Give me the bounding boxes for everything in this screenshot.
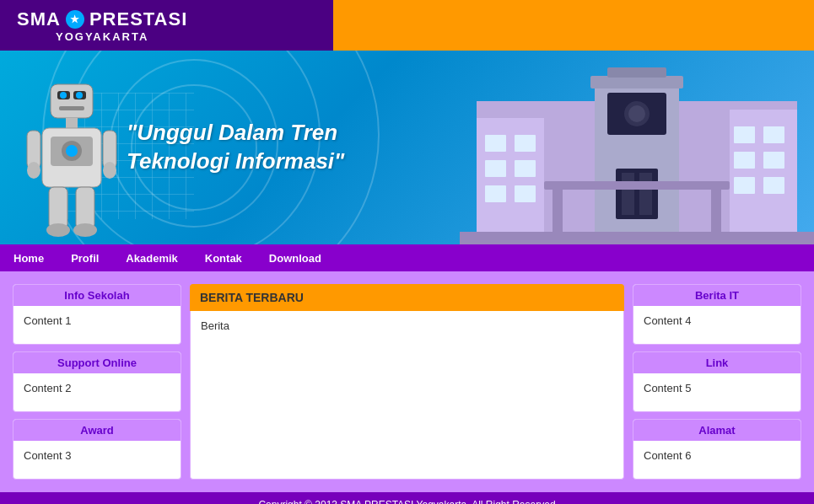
alamat-content: Content 6	[633, 441, 801, 479]
tagline-line1: "Unggul Dalam Tren	[127, 119, 344, 147]
svg-point-14	[103, 162, 116, 179]
svg-point-17	[46, 223, 70, 237]
svg-rect-41	[734, 152, 755, 169]
svg-rect-39	[734, 126, 755, 143]
alamat-section: Alamat Content 6	[633, 419, 801, 480]
berita-it-header: Berita IT	[633, 285, 801, 306]
center-column: BERITA TERBARU Berita	[190, 284, 624, 480]
info-sekolah-content: Content 1	[13, 306, 181, 344]
award-content: Content 3	[13, 441, 181, 479]
svg-rect-45	[460, 232, 814, 244]
navigation: Home Profil Akademik Kontak Download	[0, 244, 814, 271]
school-location: YOGYAKARTA	[56, 30, 148, 43]
footer-text: Copyright © 2013 SMA PRESTASI Yogyakarta…	[258, 499, 555, 504]
robot-image	[25, 76, 118, 244]
header: SMA ★ PRESTASI YOGYAKARTA	[0, 0, 814, 51]
logo-area: SMA ★ PRESTASI YOGYAKARTA	[17, 8, 187, 43]
svg-rect-46	[553, 185, 563, 232]
main-content: Info Sekolah Content 1 Support Online Co…	[0, 271, 814, 492]
info-sekolah-header: Info Sekolah	[13, 285, 181, 306]
footer: Copyright © 2013 SMA PRESTASI Yogyakarta…	[0, 492, 814, 504]
nav-akademik[interactable]: Akademik	[112, 247, 191, 270]
banner-tagline: "Unggul Dalam Tren Teknologi Informasi"	[127, 119, 344, 176]
award-header: Award	[13, 420, 181, 441]
svg-rect-37	[485, 185, 506, 202]
svg-rect-32	[639, 173, 652, 215]
berita-it-content: Content 4	[633, 306, 801, 344]
support-online-content: Content 2	[13, 373, 181, 411]
svg-rect-25	[590, 76, 683, 88]
svg-rect-5	[59, 106, 84, 110]
svg-rect-26	[607, 67, 666, 78]
svg-rect-43	[734, 177, 755, 194]
school-name-part1: SMA	[17, 8, 61, 30]
nav-kontak[interactable]: Kontak	[191, 247, 256, 270]
svg-point-4	[76, 92, 83, 99]
svg-rect-35	[485, 160, 506, 177]
logo-title: SMA ★ PRESTASI	[17, 8, 187, 30]
support-online-section: Support Online Content 2	[13, 351, 181, 412]
support-online-header: Support Online	[13, 352, 181, 373]
svg-rect-0	[51, 84, 93, 118]
school-name-part2: PRESTASI	[89, 8, 187, 30]
info-sekolah-section: Info Sekolah Content 1	[13, 284, 181, 345]
svg-rect-42	[763, 152, 784, 169]
nav-download[interactable]: Download	[256, 247, 335, 270]
svg-point-3	[60, 92, 67, 99]
svg-point-13	[27, 162, 40, 179]
svg-rect-40	[763, 126, 784, 143]
svg-point-18	[73, 223, 97, 237]
svg-rect-48	[544, 181, 730, 190]
building-image	[460, 67, 814, 244]
berita-terbaru-header: BERITA TERBARU	[190, 284, 624, 311]
svg-rect-36	[515, 160, 536, 177]
svg-point-29	[628, 105, 645, 122]
link-section: Link Content 5	[633, 351, 801, 412]
tagline-line2: Teknologi Informasi"	[127, 147, 344, 176]
left-column: Info Sekolah Content 1 Support Online Co…	[13, 284, 181, 480]
svg-rect-34	[515, 135, 536, 152]
berita-it-section: Berita IT Content 4	[633, 284, 801, 345]
berita-terbaru-content: Berita	[190, 311, 624, 480]
svg-rect-15	[49, 187, 67, 229]
link-header: Link	[633, 352, 801, 373]
banner: "Unggul Dalam Tren Teknologi Informasi"	[0, 51, 814, 244]
svg-rect-38	[515, 185, 536, 202]
award-section: Award Content 3	[13, 419, 181, 480]
svg-rect-47	[711, 185, 721, 232]
svg-point-10	[66, 145, 78, 157]
svg-rect-31	[622, 173, 634, 215]
right-column: Berita IT Content 4 Link Content 5 Alama…	[633, 284, 801, 480]
svg-rect-6	[66, 118, 78, 128]
alamat-header: Alamat	[633, 420, 801, 441]
logo-icon: ★	[66, 10, 84, 29]
nav-profil[interactable]: Profil	[57, 247, 112, 270]
link-content: Content 5	[633, 373, 801, 411]
header-orange-bar	[333, 0, 814, 51]
svg-rect-44	[763, 177, 784, 194]
nav-home[interactable]: Home	[0, 247, 57, 270]
svg-rect-33	[485, 135, 506, 152]
svg-rect-16	[76, 187, 94, 229]
